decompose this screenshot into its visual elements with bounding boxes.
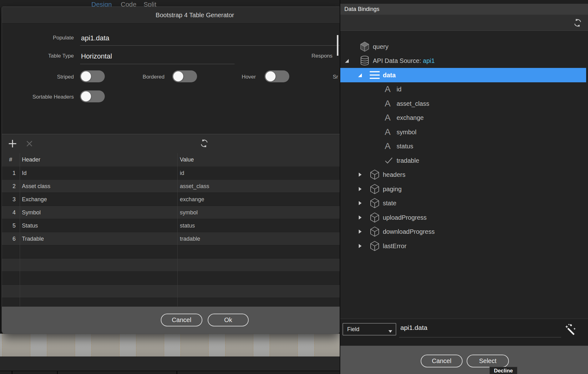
cell-value: id — [180, 167, 184, 180]
tree-item-downloadprogress[interactable]: downloadProgress — [340, 225, 588, 239]
tree-item-label: API Data Source: api1 — [373, 57, 435, 64]
bindings-select-button[interactable]: Select — [467, 355, 509, 367]
table-empty-row[interactable] — [2, 259, 340, 272]
table-generator-dialog: Bootstrap 4 Table Generator Populate api… — [2, 7, 340, 334]
panel-top-strip — [340, 0, 588, 4]
hover-label: Hover — [199, 74, 256, 80]
cell-header: Status — [22, 219, 38, 232]
tree-item-label: paging — [383, 185, 402, 192]
expanded-arrow-icon[interactable] — [344, 58, 349, 64]
columns-grid-body: 1Idid2Asset classasset_class3Exchangeexc… — [2, 167, 340, 306]
array-icon — [370, 71, 380, 79]
collapsed-arrow-icon[interactable] — [357, 172, 362, 177]
database-icon — [360, 55, 370, 66]
panel-toolbar — [340, 15, 588, 31]
cell-header: Id — [22, 167, 27, 180]
table-type-label: Table Type — [14, 53, 74, 59]
hover-toggle[interactable] — [265, 70, 289, 82]
app-root: Design Code Split Bootstrap 4 Table Gene… — [0, 0, 588, 374]
tree-item-state[interactable]: state — [340, 196, 588, 211]
collapsed-arrow-icon[interactable] — [357, 186, 362, 192]
field-type-select[interactable]: Field — [342, 323, 396, 336]
tree-item-label: query — [373, 43, 388, 50]
cancel-button[interactable]: Cancel — [161, 314, 202, 326]
tree-item-text: query — [373, 43, 388, 50]
tree-item-text: state — [383, 200, 396, 207]
table-type-select[interactable]: Horizontal — [81, 52, 112, 61]
refresh-bindings-icon[interactable] — [573, 18, 582, 29]
cell-num: 2 — [2, 180, 16, 193]
collapsed-arrow-icon[interactable] — [357, 215, 362, 220]
collapsed-arrow-icon[interactable] — [357, 243, 362, 248]
table-column-row[interactable]: 1Idid — [2, 167, 340, 180]
binding-expression-input[interactable]: api1.data — [400, 324, 427, 332]
table-column-row[interactable]: 6Tradabletradable — [2, 232, 340, 245]
tree-item-exchange[interactable]: Aexchange — [340, 111, 588, 125]
table-column-row[interactable]: 3Exchangeexchange — [2, 193, 340, 206]
string-type-icon: A — [385, 113, 391, 122]
table-column-row[interactable]: 5Statusstatus — [2, 219, 340, 232]
column-value-header: Value — [180, 153, 194, 167]
field-expression-area: Field api1.data — [340, 319, 588, 346]
canvas-dark-band — [0, 356, 340, 371]
striped-label: Striped — [14, 74, 74, 80]
formatter-wand-icon[interactable] — [564, 323, 577, 338]
collapsed-arrow-icon[interactable] — [357, 201, 362, 206]
tree-item-text: headers — [383, 171, 405, 178]
tree-item-label: symbol — [397, 128, 416, 136]
table-empty-row[interactable] — [2, 285, 340, 298]
cell-num: 4 — [2, 206, 16, 219]
background-input-sliver — [337, 35, 338, 56]
tree-item-data[interactable]: data — [340, 68, 586, 82]
tree-item-label: data — [383, 71, 396, 79]
tree-item-query[interactable]: query — [340, 39, 588, 54]
dialog-title: Bootstrap 4 Table Generator — [117, 7, 273, 23]
dialog-titlebar: Bootstrap 4 Table Generator — [2, 7, 340, 23]
add-column-icon[interactable] — [8, 139, 18, 150]
small-label-clipped: Sr — [333, 74, 338, 80]
bindings-cancel-button[interactable]: Cancel — [421, 355, 463, 367]
sortable-headers-toggle[interactable] — [80, 90, 105, 102]
tree-item-api1[interactable]: API Data Source: api1 — [340, 54, 588, 68]
cell-header: Symbol — [22, 206, 41, 219]
string-type-icon: A — [385, 128, 391, 136]
tree-item-text: asset_class — [397, 100, 429, 107]
data-bindings-panel: Data Bindings queryAPI Data Source: api1… — [340, 0, 588, 374]
table-empty-row[interactable] — [2, 245, 340, 259]
table-empty-row[interactable] — [2, 272, 340, 285]
table-empty-row[interactable] — [2, 298, 340, 306]
table-column-row[interactable]: 2Asset classasset_class — [2, 180, 340, 193]
tree-item-text: API Data Source: — [373, 57, 423, 64]
table-column-row[interactable]: 4Symbolsymbol — [2, 206, 340, 219]
tree-item-id[interactable]: Aid — [340, 82, 588, 97]
panel-footer: Cancel Select Decline — [340, 346, 588, 374]
responsive-label-clipped: Respons — [312, 53, 332, 59]
table-type-underline — [80, 64, 235, 64]
expanded-arrow-icon[interactable] — [357, 72, 362, 78]
bordered-toggle[interactable] — [172, 70, 197, 82]
column-divider — [177, 153, 178, 306]
tree-item-text: tradable — [397, 157, 419, 164]
tree-item-headers[interactable]: headers — [340, 168, 588, 182]
cell-num: 5 — [2, 219, 16, 232]
decline-tooltip: Decline — [489, 367, 517, 374]
collapsed-arrow-icon[interactable] — [357, 229, 362, 234]
populate-input[interactable]: api1.data — [81, 34, 109, 43]
tree-item-uploadprogress[interactable]: uploadProgress — [340, 210, 588, 225]
tree-item-label: asset_class — [397, 100, 429, 107]
remove-column-icon[interactable] — [26, 140, 33, 149]
refresh-columns-icon[interactable] — [200, 139, 209, 149]
tree-item-asset-class[interactable]: Aasset_class — [340, 96, 588, 111]
tree-item-paging[interactable]: paging — [340, 182, 588, 196]
tree-item-text: paging — [383, 185, 402, 192]
tree-item-lasterror[interactable]: lastError — [340, 239, 588, 253]
cell-value: exchange — [180, 193, 204, 206]
tree-item-status[interactable]: Astatus — [340, 139, 588, 154]
cell-header: Asset class — [22, 180, 50, 193]
tree-item-tradable[interactable]: tradable — [340, 153, 588, 168]
tree-item-symbol[interactable]: Asymbol — [340, 125, 588, 139]
canvas-shade — [0, 334, 340, 356]
striped-toggle[interactable] — [80, 70, 105, 82]
cell-value: symbol — [180, 206, 198, 219]
ok-button[interactable]: Ok — [208, 314, 249, 326]
